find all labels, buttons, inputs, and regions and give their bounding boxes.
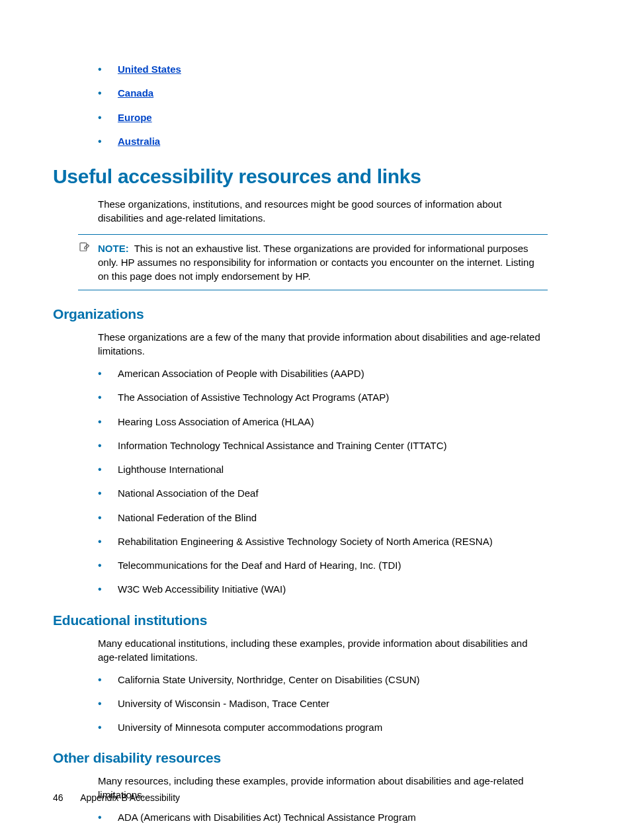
list-item: ADA (Americans with Disabilities Act) Te… [98,811,548,824]
list-item: Telecommunications for the Deaf and Hard… [98,559,548,572]
link-united-states[interactable]: United States [118,63,181,75]
link-australia[interactable]: Australia [118,136,160,147]
list-item: Hearing Loss Association of America (HLA… [98,415,548,429]
link-europe[interactable]: Europe [118,112,152,123]
heading-educational: Educational institutions [53,612,548,628]
note-label: NOTE: [98,243,129,254]
list-item: W3C Web Accessibility Initiative (WAI) [98,583,548,596]
list-item: Australia [98,135,548,148]
list-item: Canada [98,87,548,100]
educational-list: California State University, Northridge,… [98,673,548,735]
top-links-list: United States Canada Europe Australia [98,63,548,148]
note-icon [78,241,91,255]
document-page: United States Canada Europe Australia Us… [0,0,631,840]
heading-other-resources: Other disability resources [53,750,548,766]
intro-paragraph: These organizations, institutions, and r… [98,197,548,225]
list-item: National Federation of the Blind [98,511,548,525]
list-item: University of Minnesota computer accommo… [98,721,548,734]
heading-useful-resources: Useful accessibility resources and links [53,165,548,188]
footer-label: Appendix B Accessibility [80,792,180,803]
note-text: This is not an exhaustive list. These or… [98,243,534,282]
list-item: Europe [98,111,548,124]
list-item: The Association of Assistive Technology … [98,391,548,404]
list-item: Rehabilitation Engineering & Assistive T… [98,535,548,548]
page-content: United States Canada Europe Australia Us… [98,63,548,825]
list-item: Lighthouse International [98,463,548,476]
list-item: University of Wisconsin - Madison, Trace… [98,697,548,710]
list-item: United States [98,63,548,76]
heading-organizations: Organizations [53,306,548,322]
list-item: American Association of People with Disa… [98,367,548,380]
page-footer: 46 Appendix B Accessibility [53,792,180,803]
organizations-list: American Association of People with Disa… [98,367,548,597]
educational-paragraph: Many educational institutions, including… [98,636,548,664]
organizations-paragraph: These organizations are a few of the man… [98,330,548,358]
link-canada[interactable]: Canada [118,87,153,99]
list-item: National Association of the Deaf [98,487,548,500]
list-item: Information Technology Technical Assista… [98,439,548,452]
other-resources-list: ADA (Americans with Disabilities Act) Te… [98,811,548,824]
note-box: NOTE:This is not an exhaustive list. The… [78,234,548,290]
note-body: NOTE:This is not an exhaustive list. The… [78,241,548,283]
list-item: California State University, Northridge,… [98,673,548,687]
page-number: 46 [53,792,78,803]
